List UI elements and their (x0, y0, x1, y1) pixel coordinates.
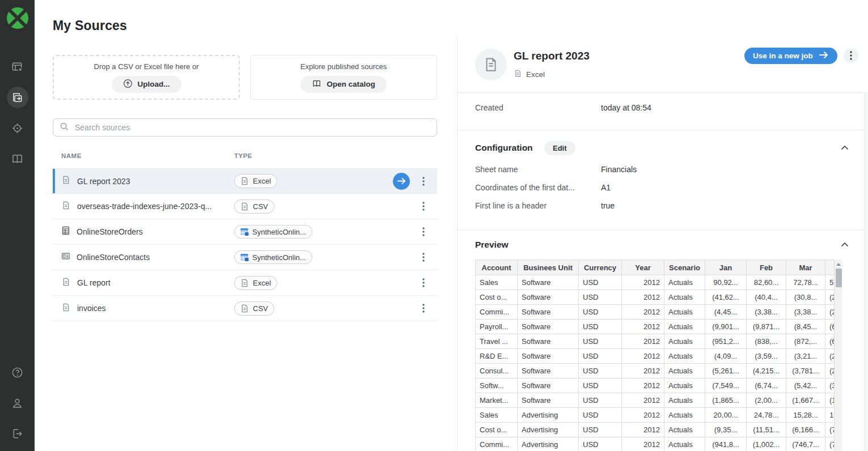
sources-icon[interactable] (7, 87, 28, 108)
detail-kebab-menu[interactable] (844, 48, 858, 63)
help-icon[interactable] (7, 361, 28, 383)
type-badge-label: CSV (253, 304, 268, 313)
config-field-label: First line is a header (475, 201, 547, 210)
file-dropzone[interactable]: Drop a CSV or Excel file here or Upload.… (53, 55, 240, 100)
preview-cell: USD (579, 349, 622, 364)
preview-cell: (5,261... (705, 364, 747, 378)
source-row[interactable]: GL reportExcel (53, 270, 437, 296)
preview-cell: Actuals (664, 275, 705, 290)
preview-cell: (9,35... (705, 423, 747, 437)
preview-row: Travel ...SoftwareUSD2012Actuals(951,2..… (476, 334, 835, 349)
preview-cell: (2 (825, 305, 835, 320)
preview-scrollbar-thumb[interactable] (836, 269, 842, 287)
preview-cell: Actuals (664, 393, 705, 408)
preview-collapse-chevron-up-icon[interactable] (839, 240, 850, 251)
config-field-label: Sheet name (475, 165, 518, 174)
source-row[interactable]: GL report 2023Excel (53, 168, 437, 194)
catalog-icon[interactable] (7, 148, 28, 169)
source-row[interactable]: OnlineStoreOrdersSyntheticOnlin... (53, 219, 437, 245)
preview-cell: Software (518, 290, 579, 305)
preview-cell: 90,92... (705, 275, 747, 290)
search-input[interactable] (74, 122, 430, 133)
card-icon (61, 252, 70, 263)
preview-row: SalesAdvertisingUSD2012Actuals20,00...24… (476, 408, 835, 423)
grid-blue-icon (240, 253, 249, 262)
upload-button[interactable]: Upload... (112, 76, 181, 93)
preview-cell: 15,28... (786, 408, 825, 423)
created-label: Created (475, 103, 503, 112)
row-kebab-menu[interactable] (419, 199, 428, 213)
preview-cell: Software (518, 334, 579, 349)
preview-body: SalesSoftwareUSD2012Actuals90,92...82,60… (476, 275, 835, 451)
row-kebab-menu[interactable] (419, 175, 428, 188)
type-badge-label: Excel (253, 177, 271, 185)
row-kebab-menu[interactable] (419, 225, 428, 239)
preview-cell: (7,549... (705, 378, 747, 393)
preview-row: Payroll...SoftwareUSD2012Actuals(9,901..… (476, 320, 835, 334)
row-kebab-menu[interactable] (419, 276, 428, 290)
configuration-collapse-chevron-up-icon[interactable] (839, 143, 850, 154)
preview-cell: (4,45... (705, 305, 747, 320)
preview-cell: (8,45... (786, 320, 825, 334)
jobs-icon[interactable] (7, 56, 28, 78)
preview-column-header: Currency (579, 260, 622, 275)
preview-cell: Software (518, 393, 579, 408)
preview-cell: (2,00... (747, 393, 786, 408)
preview-row: Cost o...SoftwareUSD2012Actuals(41,62...… (476, 290, 835, 305)
preview-row: Commi...SoftwareUSD2012Actuals(4,45...(3… (476, 305, 835, 320)
source-row[interactable]: overseas-trade-indexes-june-2023-q...CSV (53, 194, 437, 219)
source-row[interactable]: OnlineStoreContactsSyntheticOnlin... (53, 245, 437, 270)
preview-cell: (9,901... (705, 320, 747, 334)
preview-cell: R&D E... (476, 349, 518, 364)
preview-cell: 24,78... (747, 408, 786, 423)
book-icon (312, 79, 321, 90)
preview-cell: Actuals (664, 437, 705, 451)
type-badge: SyntheticOnlin... (234, 250, 312, 264)
preview-cell: Actuals (664, 378, 705, 393)
preview-cell: (1,002... (747, 437, 786, 451)
preview-cell: (41,62... (705, 290, 747, 305)
row-kebab-menu[interactable] (419, 301, 428, 315)
preview-cell: Actuals (664, 290, 705, 305)
source-name: invoices (77, 304, 106, 313)
preview-scrollbar[interactable] (835, 259, 842, 451)
detail-type: Excel (514, 69, 545, 79)
preview-cell: Payroll... (476, 320, 518, 334)
preview-cell: (4,09... (705, 349, 747, 364)
preview-cell: 15 (825, 408, 835, 423)
preview-row: Consul...SoftwareUSD2012Actuals(5,261...… (476, 364, 835, 378)
source-row[interactable]: invoicesCSV (53, 296, 437, 321)
preview-row: R&D E...SoftwareUSD2012Actuals(4,09...(3… (476, 349, 835, 364)
preview-cell: Softw... (476, 378, 518, 393)
detail-pane-scrollbar[interactable] (864, 92, 868, 451)
preview-cell: Sales (476, 408, 518, 423)
targets-icon[interactable] (7, 117, 28, 139)
preview-cell: Actuals (664, 305, 705, 320)
type-badge: SyntheticOnlin... (234, 225, 312, 239)
edit-configuration-button[interactable]: Edit (544, 141, 575, 155)
scroll-up-icon[interactable] (836, 263, 841, 266)
preview-cell: USD (579, 305, 622, 320)
preview-cell: Travel ... (476, 334, 518, 349)
preview-cell: (3 (825, 378, 835, 393)
file-icon (61, 201, 71, 212)
row-kebab-menu[interactable] (419, 250, 428, 264)
preview-cell: (6,166... (786, 423, 825, 437)
preview-row: Commi...AdvertisingUSD2012Actuals(941,8.… (476, 437, 835, 451)
preview-cell: USD (579, 437, 622, 451)
preview-column-header (825, 260, 835, 275)
preview-cell: 82,60... (747, 275, 786, 290)
user-icon[interactable] (7, 392, 28, 414)
open-catalog-button[interactable]: Open catalog (300, 76, 387, 93)
clover-logo[interactable] (5, 6, 30, 31)
panel-divider (457, 35, 458, 451)
preview-cell: (951,2... (705, 334, 747, 349)
preview-cell: (1, (825, 393, 835, 408)
upload-circle-icon (123, 79, 133, 90)
preview-cell: (1,667... (786, 393, 825, 408)
use-in-new-job-label: Use in a new job (753, 52, 813, 60)
logout-icon[interactable] (7, 423, 28, 444)
divider (458, 130, 864, 130)
use-in-new-job-button[interactable]: Use in a new job (744, 48, 837, 64)
open-source-arrow-button[interactable] (393, 173, 410, 190)
